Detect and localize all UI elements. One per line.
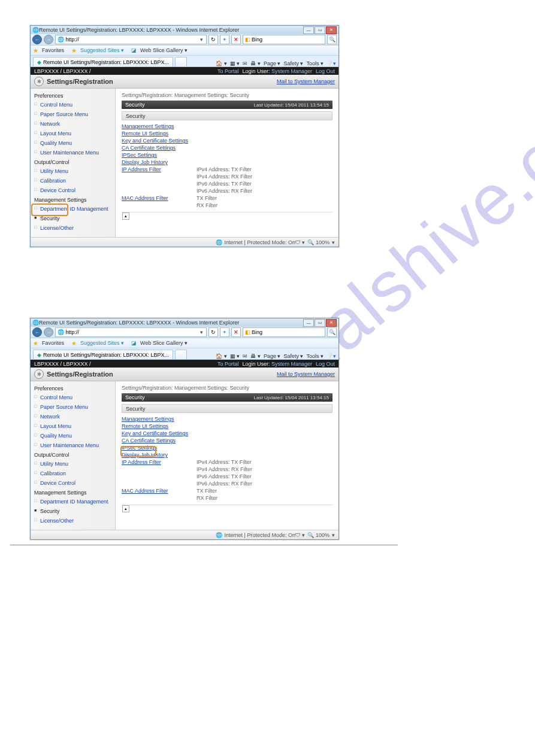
nav-layout-menu[interactable]: Layout Menu xyxy=(34,129,114,138)
close-button-2[interactable]: ✕ xyxy=(326,319,337,327)
zoom-label-2[interactable]: 🔍 100% xyxy=(307,532,330,538)
page-top-icon[interactable]: ▴ xyxy=(122,212,129,220)
search-box[interactable]: ◧ Bing xyxy=(243,35,325,44)
page-menu-2[interactable]: Page ▾ xyxy=(264,353,281,359)
back-button[interactable]: ← xyxy=(32,35,42,44)
compat-button[interactable]: ✦ xyxy=(220,35,229,44)
safety-menu[interactable]: Safety ▾ xyxy=(283,60,303,66)
tab-remote-ui-2[interactable]: ◆ Remote UI Settings/Registration: LBPXX… xyxy=(33,350,173,359)
help-icon-2[interactable]: ❔▾ xyxy=(327,353,336,359)
stop-button-2[interactable]: ✕ xyxy=(231,327,241,337)
safety-menu-2[interactable]: Safety ▾ xyxy=(283,353,303,359)
page-menu[interactable]: Page ▾ xyxy=(264,60,281,66)
nav-security-2[interactable]: Security xyxy=(34,506,114,516)
maximize-button-2[interactable]: ▭ xyxy=(315,319,325,327)
logout-link[interactable]: Log Out xyxy=(316,68,335,74)
nav-security[interactable]: Security xyxy=(34,214,114,223)
print-icon-2[interactable]: 🖶 ▾ xyxy=(250,353,261,359)
nav-utility-menu[interactable]: Utility Menu xyxy=(34,166,114,176)
address-field[interactable]: 🌐 http:// ▾ xyxy=(55,35,207,44)
zoom-dropdown-2[interactable]: ▾ xyxy=(332,532,335,538)
tab-remote-ui[interactable]: ◆ Remote UI Settings/Registration: LBPXX… xyxy=(33,57,173,66)
nav-control-menu-2[interactable]: Control Menu xyxy=(34,393,114,402)
address-field-2[interactable]: 🌐 http:// ▾ xyxy=(55,327,207,337)
nav-quality-menu-2[interactable]: Quality Menu xyxy=(34,431,114,441)
link-key-cert-2[interactable]: Key and Certificate Settings xyxy=(122,430,188,436)
nav-user-maintenance[interactable]: User Maintenance Menu xyxy=(34,148,114,157)
nav-dept-id[interactable]: Department ID Management xyxy=(34,204,114,214)
link-job-history[interactable]: Display Job History xyxy=(122,159,168,165)
logout-link-2[interactable]: Log Out xyxy=(316,361,335,367)
nav-device-control-2[interactable]: Device Control xyxy=(34,478,114,488)
link-ip-filter-2[interactable]: IP Address Filter xyxy=(122,459,161,465)
zoom-dropdown[interactable]: ▾ xyxy=(332,239,335,245)
tools-menu[interactable]: Tools ▾ xyxy=(306,60,324,66)
nav-calibration-2[interactable]: Calibration xyxy=(34,469,114,478)
nav-layout-menu-2[interactable]: Layout Menu xyxy=(34,421,114,431)
favorites-label-2[interactable]: Favorites xyxy=(42,340,64,346)
minimize-button-2[interactable]: — xyxy=(303,319,314,327)
compat-button-2[interactable]: ✦ xyxy=(220,327,229,337)
link-job-history-2[interactable]: Display Job History xyxy=(122,452,168,458)
suggested-sites[interactable]: Suggested Sites ▾ xyxy=(80,47,124,53)
nav-paper-source-2[interactable]: Paper Source Menu xyxy=(34,402,114,412)
web-slice-gallery[interactable]: Web Slice Gallery ▾ xyxy=(140,47,188,53)
search-go[interactable]: 🔍 xyxy=(327,35,337,44)
search-box-2[interactable]: ◧ Bing xyxy=(243,327,325,337)
zoom-label[interactable]: 🔍 100% xyxy=(307,239,330,245)
feeds-icon-2[interactable]: ▦ ▾ xyxy=(230,353,240,359)
address-dropdown-2[interactable]: ▾ xyxy=(198,329,204,335)
protected-mode-icon-2[interactable]: 🛡 ▾ xyxy=(295,532,306,538)
favorites-star-icon-2[interactable]: ★ xyxy=(33,340,38,347)
link-ca-cert[interactable]: CA Certificate Settings xyxy=(122,145,176,151)
nav-dept-id-2[interactable]: Department ID Management xyxy=(34,497,114,506)
mail-to-sysmgr-link-2[interactable]: Mail to System Manager xyxy=(277,371,335,377)
address-dropdown[interactable]: ▾ xyxy=(198,37,204,42)
web-slice-gallery-2[interactable]: Web Slice Gallery ▾ xyxy=(140,340,188,346)
nav-calibration[interactable]: Calibration xyxy=(34,176,114,186)
forward-button-2[interactable]: → xyxy=(44,327,53,337)
link-mgmt-settings[interactable]: Management Settings xyxy=(122,123,174,129)
nav-utility-menu-2[interactable]: Utility Menu xyxy=(34,459,114,469)
home-icon[interactable]: 🏠 ▾ xyxy=(216,60,227,66)
nav-network[interactable]: Network xyxy=(34,119,114,129)
nav-user-maintenance-2[interactable]: User Maintenance Menu xyxy=(34,441,114,450)
link-ipsec[interactable]: IPSec Settings xyxy=(122,152,157,158)
protected-mode-icon[interactable]: 🛡 ▾ xyxy=(295,239,306,245)
link-remote-ui[interactable]: Remote UI Settings xyxy=(122,130,168,136)
link-key-cert[interactable]: Key and Certificate Settings xyxy=(122,138,188,144)
nav-license-other[interactable]: License/Other xyxy=(34,223,114,233)
nav-quality-menu[interactable]: Quality Menu xyxy=(34,138,114,148)
refresh-button[interactable]: ↻ xyxy=(208,35,218,44)
mail-icon[interactable]: ✉ xyxy=(243,60,247,66)
suggested-sites-2[interactable]: Suggested Sites ▾ xyxy=(80,340,124,346)
link-ip-filter[interactable]: IP Address Filter xyxy=(122,166,161,172)
back-button-2[interactable]: ← xyxy=(32,327,42,337)
to-portal-link-2[interactable]: To Portal xyxy=(217,361,239,367)
link-ca-cert-2[interactable]: CA Certificate Settings xyxy=(122,438,176,444)
search-go-2[interactable]: 🔍 xyxy=(327,327,337,337)
maximize-button[interactable]: ▭ xyxy=(315,26,325,34)
nav-paper-source[interactable]: Paper Source Menu xyxy=(34,110,114,119)
new-tab-button[interactable] xyxy=(175,57,187,66)
link-remote-ui-2[interactable]: Remote UI Settings xyxy=(122,423,168,429)
mail-to-sysmgr-link[interactable]: Mail to System Manager xyxy=(277,78,335,84)
tools-menu-2[interactable]: Tools ▾ xyxy=(306,353,324,359)
print-icon[interactable]: 🖶 ▾ xyxy=(250,60,261,66)
close-button[interactable]: ✕ xyxy=(326,26,337,34)
new-tab-button-2[interactable] xyxy=(175,350,187,359)
forward-button[interactable]: → xyxy=(44,35,53,44)
help-icon[interactable]: ❔▾ xyxy=(327,60,336,66)
nav-device-control[interactable]: Device Control xyxy=(34,186,114,195)
minimize-button[interactable]: — xyxy=(303,26,314,34)
refresh-button-2[interactable]: ↻ xyxy=(208,327,218,337)
mail-icon-2[interactable]: ✉ xyxy=(243,353,247,359)
page-top-icon-2[interactable]: ▴ xyxy=(122,505,129,512)
link-ipsec-2[interactable]: IPSec Settings xyxy=(122,445,157,451)
link-mgmt-settings-2[interactable]: Management Settings xyxy=(122,416,174,422)
favorites-star-icon[interactable]: ★ xyxy=(33,47,38,54)
to-portal-link[interactable]: To Portal xyxy=(217,68,239,74)
nav-license-other-2[interactable]: License/Other xyxy=(34,516,114,526)
nav-network-2[interactable]: Network xyxy=(34,412,114,421)
nav-control-menu[interactable]: Control Menu xyxy=(34,100,114,110)
